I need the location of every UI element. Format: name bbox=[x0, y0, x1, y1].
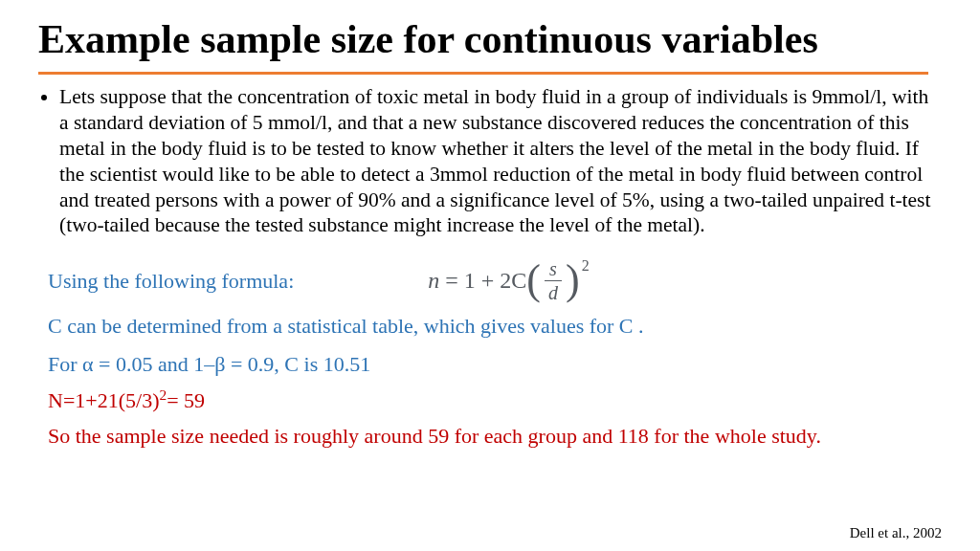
formula-intro: Using the following formula: bbox=[48, 267, 294, 296]
n-calc-part2: = 59 bbox=[167, 388, 205, 412]
line-n-calculation: N=1+21(5/3)2= 59 bbox=[48, 386, 942, 415]
formula-right-paren: ) bbox=[566, 263, 580, 297]
slide-title: Example sample size for continuous varia… bbox=[38, 17, 942, 62]
formula-row: Using the following formula: n = 1 + 2C … bbox=[48, 259, 942, 302]
body-list: Lets suppose that the concentration of t… bbox=[38, 84, 942, 238]
formula-denominator: d bbox=[545, 283, 562, 302]
slide: Example sample size for continuous varia… bbox=[0, 0, 980, 551]
citation: Dell et al., 2002 bbox=[850, 525, 942, 541]
formula-fraction-bar bbox=[545, 280, 562, 281]
formula-lhs: n bbox=[428, 268, 439, 294]
title-underline bbox=[38, 72, 928, 75]
formula-left-paren: ( bbox=[526, 263, 541, 297]
conclusion: So the sample size needed is roughly aro… bbox=[48, 422, 942, 451]
formula-exponent: 2 bbox=[582, 257, 590, 275]
n-calc-part1: N=1+21(5/3) bbox=[48, 388, 159, 412]
line-alpha-beta: For α = 0.05 and 1–β = 0.9, C is 10.51 bbox=[48, 350, 942, 379]
formula-eq: = bbox=[445, 268, 458, 294]
bullet-main: Lets suppose that the concentration of t… bbox=[59, 84, 942, 238]
formula-rhs-prefix: 1 + 2C bbox=[464, 268, 527, 294]
formula: n = 1 + 2C ( s d ) 2 bbox=[428, 259, 589, 302]
formula-numerator: s bbox=[546, 259, 561, 278]
line-c-description: C can be determined from a statistical t… bbox=[48, 312, 942, 341]
formula-fraction: s d bbox=[545, 259, 562, 302]
